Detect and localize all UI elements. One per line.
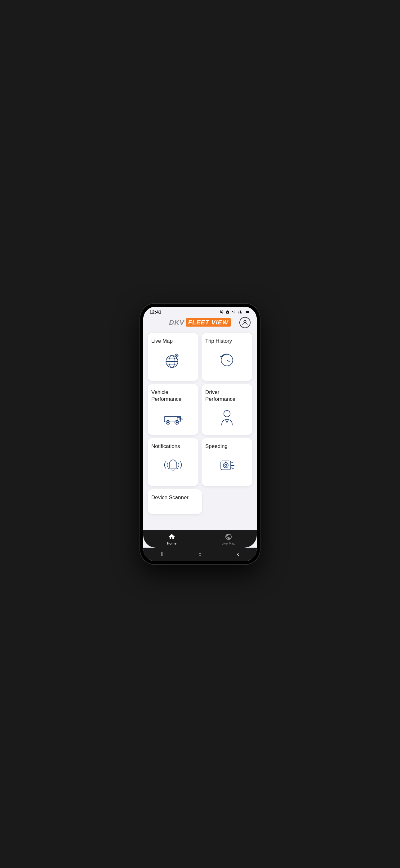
menu-row-1: Live Map [147,333,253,381]
logo-container: DKV FLEET VIEW [169,318,231,327]
menu-row-4: Device Scanner [147,489,253,514]
live-map-card[interactable]: Live Map [147,333,198,381]
status-icons [220,310,251,314]
app-header: DKV FLEET VIEW [143,316,257,330]
trip-history-icon [205,349,249,371]
svg-point-0 [244,320,246,322]
mute-icon [220,310,224,314]
speeding-card[interactable]: Speeding [202,438,253,486]
bottom-nav: Home Live Map [143,530,257,548]
nav-live-map-label: Live Map [222,541,235,545]
svg-point-17 [176,422,178,423]
wifi-icon [231,310,236,314]
nav-live-map[interactable]: Live Map [200,530,257,548]
trip-history-label: Trip History [205,338,232,345]
live-map-icon [151,349,195,371]
svg-line-25 [231,468,234,469]
notifications-label: Notifications [151,443,180,450]
notifications-card[interactable]: Notifications [147,438,198,486]
device-scanner-label: Device Scanner [151,494,189,501]
android-back-btn[interactable]: ‹ [237,550,239,558]
logo-fleet-view: FLEET VIEW [186,318,231,327]
menu-grid: Live Map [143,330,257,530]
phone-frame: 12:41 DKV FLEET VIEW [139,303,261,565]
svg-point-7 [176,355,177,356]
phone-screen: 12:41 DKV FLEET VIEW [143,307,257,561]
driver-performance-card[interactable]: DriverPerformance [202,384,253,435]
live-map-label: Live Map [151,338,173,345]
nav-home-label: Home [167,541,176,545]
driver-performance-icon [205,408,249,429]
android-home-btn[interactable]: ○ [198,551,202,558]
battery-icon [244,310,251,314]
svg-point-21 [225,464,227,466]
android-recent-btn[interactable]: ⫴ [161,551,163,558]
home-nav-icon [168,533,175,540]
empty-slot [205,489,253,514]
status-bar: 12:41 [143,307,257,316]
svg-point-20 [223,463,228,468]
signal-icon [238,310,242,314]
svg-point-22 [225,462,226,463]
notifications-icon [151,455,195,476]
vehicle-performance-label: VehiclePerformance [151,389,181,403]
status-time: 12:41 [149,309,161,314]
device-scanner-card[interactable]: Device Scanner [147,489,202,514]
menu-row-3: Notifications [147,438,253,486]
vehicle-performance-card[interactable]: VehiclePerformance [147,384,198,435]
profile-button[interactable] [239,317,251,328]
svg-rect-13 [177,417,180,420]
speeding-icon [205,455,249,476]
lock-icon [226,310,229,314]
vehicle-performance-icon [151,408,195,429]
speeding-label: Speeding [205,443,228,450]
nav-home[interactable]: Home [143,530,200,548]
menu-row-2: VehiclePerformance [147,384,253,435]
globe-nav-icon [225,533,232,540]
logo-dkv: DKV [169,318,184,327]
svg-line-11 [227,360,230,362]
svg-point-15 [167,422,169,423]
svg-line-23 [231,462,234,463]
driver-performance-label: DriverPerformance [205,389,235,403]
svg-point-18 [224,410,230,417]
android-nav: ⫴ ○ ‹ [143,548,257,561]
trip-history-card[interactable]: Trip History [202,333,253,381]
